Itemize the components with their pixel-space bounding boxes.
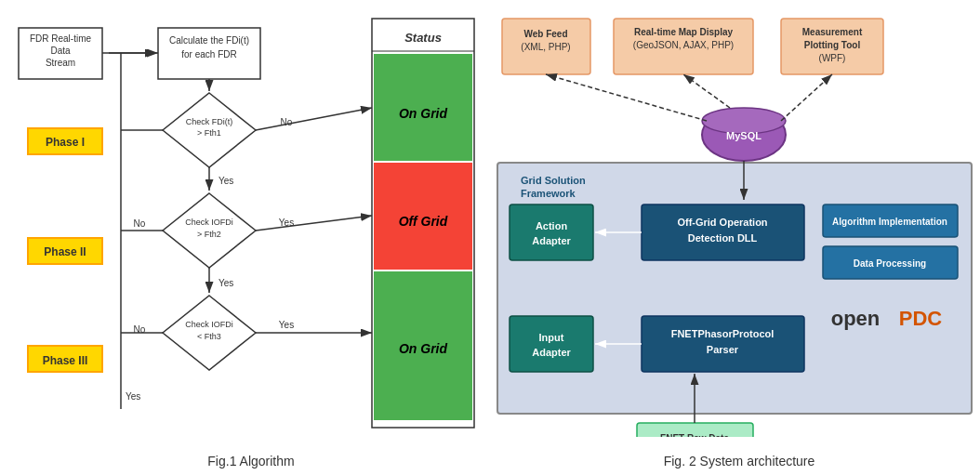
svg-text:> Fth2: > Fth2 bbox=[197, 230, 221, 239]
svg-rect-75 bbox=[510, 205, 593, 260]
svg-line-28 bbox=[256, 108, 372, 130]
svg-text:FNET Raw Data: FNET Raw Data bbox=[660, 433, 729, 437]
svg-rect-78 bbox=[510, 316, 593, 372]
svg-text:Yes: Yes bbox=[279, 320, 294, 330]
svg-text:PDC: PDC bbox=[899, 307, 943, 330]
svg-line-70 bbox=[683, 74, 730, 108]
svg-text:(GeoJSON, AJAX, PHP): (GeoJSON, AJAX, PHP) bbox=[633, 40, 734, 50]
svg-text:Status: Status bbox=[404, 31, 442, 45]
algo-diagram: FDR Real-time Data Stream Calculate the … bbox=[9, 9, 493, 446]
svg-text:Adapter: Adapter bbox=[532, 235, 571, 246]
right-panel: Web Feed (XML, PHP) Real-time Map Displa… bbox=[493, 9, 980, 466]
svg-text:Algorithm Implementation: Algorithm Implementation bbox=[832, 217, 947, 227]
svg-text:Yes: Yes bbox=[279, 218, 294, 228]
svg-text:Action: Action bbox=[536, 220, 568, 231]
svg-text:Check IOFDi: Check IOFDi bbox=[185, 218, 233, 227]
svg-text:FNETPhasorProtocol: FNETPhasorProtocol bbox=[671, 328, 775, 339]
arch-diagram: Web Feed (XML, PHP) Real-time Map Displa… bbox=[493, 9, 980, 446]
svg-text:Detection DLL: Detection DLL bbox=[688, 232, 758, 244]
svg-text:(WPF): (WPF) bbox=[819, 53, 846, 63]
svg-text:Web Feed: Web Feed bbox=[523, 29, 567, 39]
left-panel: FDR Real-time Data Stream Calculate the … bbox=[9, 9, 493, 466]
svg-text:Calculate the FDi(t): Calculate the FDi(t) bbox=[169, 35, 249, 46]
svg-text:On Grid: On Grid bbox=[399, 106, 448, 121]
svg-text:On Grid: On Grid bbox=[399, 341, 448, 356]
svg-text:Off-Grid Operation: Off-Grid Operation bbox=[677, 217, 767, 228]
svg-text:No: No bbox=[134, 218, 146, 229]
svg-text:Data: Data bbox=[50, 46, 71, 56]
fig2-label: Fig. 2 System architecture bbox=[493, 454, 980, 468]
svg-text:Adapter: Adapter bbox=[532, 347, 571, 358]
svg-text:> Fth1: > Fth1 bbox=[197, 128, 221, 138]
svg-text:FDR Real-time: FDR Real-time bbox=[30, 33, 92, 44]
svg-text:Yes: Yes bbox=[219, 278, 233, 288]
svg-text:Input: Input bbox=[539, 332, 564, 343]
svg-text:MySQL: MySQL bbox=[726, 130, 761, 141]
svg-text:Off Grid: Off Grid bbox=[399, 214, 448, 229]
svg-text:Phase I: Phase I bbox=[46, 136, 85, 149]
svg-text:Yes: Yes bbox=[126, 391, 140, 402]
svg-text:Check IOFDi: Check IOFDi bbox=[185, 320, 233, 329]
svg-text:(XML, PHP): (XML, PHP) bbox=[521, 42, 570, 52]
svg-text:Yes: Yes bbox=[219, 176, 233, 186]
svg-text:No: No bbox=[281, 117, 293, 127]
svg-text:Data Processing: Data Processing bbox=[854, 258, 926, 269]
svg-line-35 bbox=[256, 216, 372, 231]
svg-line-71 bbox=[781, 74, 832, 121]
svg-text:Framework: Framework bbox=[521, 188, 576, 199]
svg-text:Check FDi(t): Check FDi(t) bbox=[186, 117, 233, 126]
svg-text:Plotting Tool: Plotting Tool bbox=[804, 40, 861, 50]
svg-text:for each FDR: for each FDR bbox=[181, 49, 236, 59]
svg-text:Real-time Map Display: Real-time Map Display bbox=[634, 27, 734, 37]
svg-text:Parser: Parser bbox=[707, 344, 739, 355]
svg-text:Stream: Stream bbox=[46, 58, 75, 68]
svg-text:< Fth3: < Fth3 bbox=[197, 332, 221, 341]
svg-line-69 bbox=[546, 74, 707, 121]
svg-text:Phase III: Phase III bbox=[43, 354, 88, 367]
main-container: FDR Real-time Data Stream Calculate the … bbox=[0, 0, 980, 475]
svg-rect-72 bbox=[497, 163, 972, 414]
svg-text:open: open bbox=[831, 307, 881, 330]
svg-text:Grid Solution: Grid Solution bbox=[521, 175, 586, 186]
svg-text:Measurement: Measurement bbox=[802, 27, 863, 37]
fig1-label: Fig.1 Algorithm bbox=[9, 454, 493, 468]
svg-text:Phase II: Phase II bbox=[44, 245, 86, 258]
